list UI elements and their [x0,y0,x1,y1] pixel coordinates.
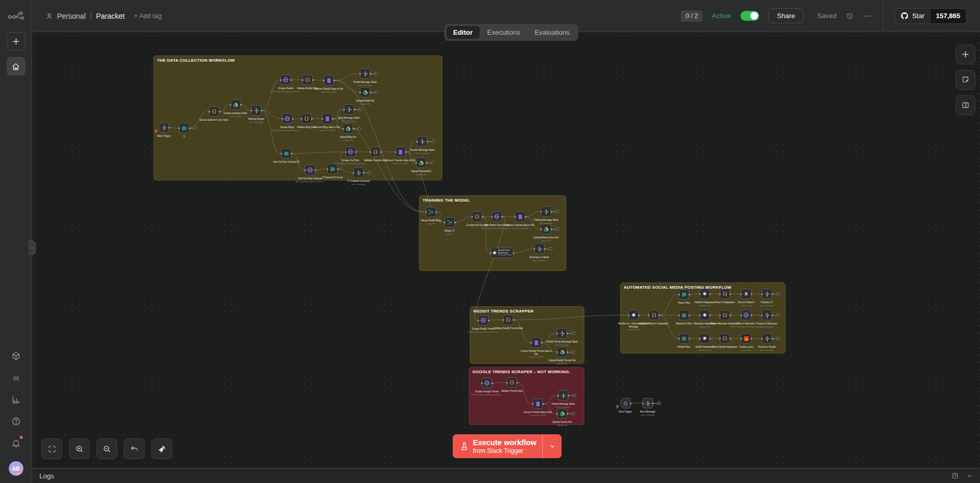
connector-endpoint[interactable] [358,127,361,130]
connector-endpoint[interactable] [556,210,559,213]
sidebar-item-templates[interactable] [7,348,25,364]
node-hyt[interactable] [281,148,291,159]
connector-endpoint[interactable] [777,292,780,295]
node-ex1[interactable]: {} [209,106,219,117]
node-px[interactable] [762,289,772,299]
node-sos[interactable] [534,244,544,254]
sidebar-item-home[interactable] [7,57,25,76]
popout-icon[interactable] [951,472,959,479]
node-twa[interactable]: ✱ [699,289,710,299]
node-rm[interactable] [360,68,370,79]
node-pxa[interactable]: {} [720,289,730,299]
connector-endpoint[interactable] [572,412,575,415]
connector-endpoint[interactable] [777,314,780,317]
node-gdf[interactable] [230,100,241,110]
workflow-canvas[interactable]: THE DATA COLLECTION WORKFLOWTRAINING THE… [0,0,980,483]
logs-panel-header[interactable]: Logs [32,468,980,483]
node-mrb[interactable] [426,207,436,217]
node-crt[interactable] [531,337,541,348]
node-rda[interactable]: ✱ [699,333,710,344]
node-ugt[interactable] [557,408,567,419]
node-pr[interactable] [762,333,772,344]
node-rtm[interactable] [557,328,567,338]
node-gtm[interactable] [558,390,568,401]
node-cr[interactable] [324,75,334,86]
connector-endpoint[interactable] [573,394,576,397]
node-em[interactable] [642,398,653,408]
undo-button[interactable] [124,438,145,459]
tab-evaluations[interactable]: Evaluations [528,26,576,39]
connector-endpoint[interactable] [777,337,780,340]
connector-endpoint[interactable] [549,247,552,250]
share-button[interactable]: Share [768,8,804,23]
node-ym[interactable] [417,136,427,147]
node-urt[interactable] [557,347,567,357]
connector-endpoint[interactable] [572,332,575,335]
zoom-in-button[interactable] [69,438,90,459]
add-tag-button[interactable]: + Add tag [134,12,161,20]
node-fyt[interactable] [305,165,315,175]
connector-endpoint[interactable] [572,350,575,353]
avatar[interactable]: AB [9,461,23,476]
active-toggle[interactable] [740,11,759,21]
sidebar-collapse-handle[interactable]: › [29,240,36,255]
node-bm[interactable] [344,104,354,115]
connector-endpoint[interactable] [375,91,378,94]
add-node-button[interactable] [956,45,975,64]
node-ptm[interactable] [741,310,751,320]
node-sr[interactable] [281,75,291,85]
node-ptx[interactable]: X [741,289,751,299]
node-pra[interactable]: {} [720,333,730,344]
node-syt[interactable] [345,147,356,157]
github-star-widget[interactable]: Star 157,865 [895,8,967,24]
node-uy[interactable] [416,158,426,168]
node-vyt[interactable]: {} [370,147,381,157]
node-sgt[interactable] [482,378,492,388]
node-sb[interactable] [282,113,292,124]
tab-executions[interactable]: Executions [481,26,527,39]
node-bvs[interactable]: ✱Brand Voice SummaryMessage Model [491,248,513,258]
node-mai[interactable]: ✱ [628,310,639,320]
sidebar-item-variables[interactable]: (x) [7,370,25,386]
new-workflow-button[interactable] [7,32,25,51]
node-ytnf[interactable] [353,167,363,178]
connector-endpoint[interactable] [368,171,371,174]
execute-workflow-button[interactable]: Execute workflow from Slack Trigger [453,434,562,458]
connector-endpoint[interactable] [657,402,661,405]
node-st[interactable] [159,122,169,133]
node-ur[interactable] [360,87,370,97]
node-vgt[interactable]: {} [507,377,517,388]
connector-endpoint[interactable] [375,72,378,75]
connector-endpoint[interactable] [194,126,197,130]
node-ub[interactable] [343,123,353,134]
node-cas[interactable]: {} [472,211,482,222]
sidebar-item-help[interactable] [7,414,25,429]
node-ubv[interactable] [541,224,551,234]
node-sfa[interactable]: {} [649,310,659,320]
sidebar-item-notifications[interactable] [7,435,25,451]
execute-dropdown-button[interactable] [542,434,562,458]
node-cyt[interactable] [395,147,405,157]
node-twf[interactable] [679,289,689,300]
tab-editor[interactable]: Editor [446,26,480,39]
zoom-out-button[interactable] [96,438,117,459]
workflow-name[interactable]: Paracket [96,12,124,20]
node-cb[interactable] [322,113,332,124]
node-f1[interactable] [179,123,189,133]
node-tbv[interactable] [492,211,502,222]
node-ss[interactable] [251,105,261,116]
node-vr[interactable]: {} [302,75,313,85]
node-vb[interactable]: {} [301,113,312,124]
more-options-button[interactable] [863,12,872,20]
node-et[interactable] [620,398,631,408]
node-cgt[interactable] [533,399,543,409]
fit-view-button[interactable] [41,438,62,459]
node-cap[interactable] [741,333,751,344]
node-rdf[interactable] [679,333,689,344]
connector-endpoint[interactable] [431,161,434,164]
node-mad[interactable]: ✱ [699,310,710,320]
connector-endpoint[interactable] [359,108,362,111]
workflow-history-icon[interactable] [846,12,854,20]
sidebar-item-insights[interactable] [7,392,25,407]
node-pma[interactable]: {} [720,310,730,320]
